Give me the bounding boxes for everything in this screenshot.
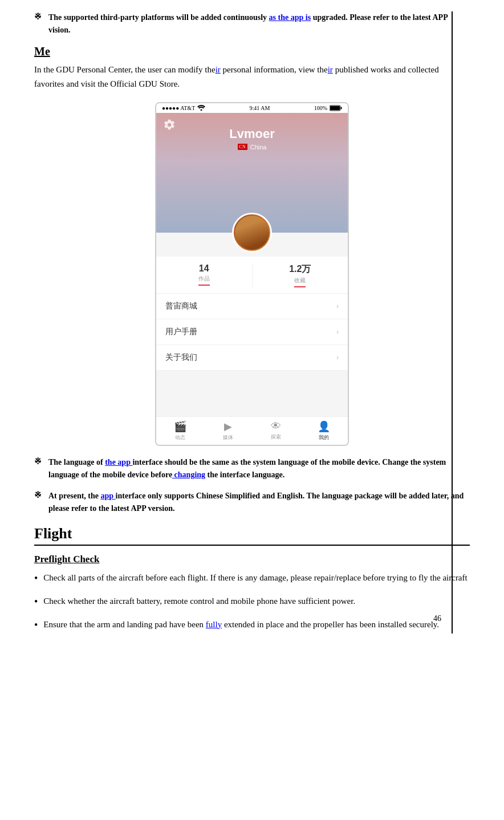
phone-username: Lvmoer <box>229 127 274 141</box>
bullet-dot-2: • <box>34 593 38 611</box>
me-heading: Me <box>34 45 470 58</box>
note-marker-3: ※ <box>34 490 42 500</box>
their-link-1[interactable]: ir <box>216 65 221 74</box>
fully-link[interactable]: fully <box>206 620 222 629</box>
bullet-dot-1: • <box>34 570 38 587</box>
flight-heading: Flight <box>34 525 470 542</box>
carrier-text: ●●●●● AT&T <box>162 105 195 111</box>
bullet-text-3: Ensure that the arm and landing pad have… <box>43 618 439 632</box>
phone-menu-about[interactable]: 关于我们 › <box>156 345 348 371</box>
battery-text: 100% <box>314 105 327 111</box>
phone-nav-bar: 🎬 动态 ▶ 媒体 👁 探索 👤 我的 <box>156 416 348 445</box>
note-text-2: The language of the app interface should… <box>48 456 470 482</box>
page-number: 46 <box>433 614 441 623</box>
explore-icon: 👁 <box>271 420 281 432</box>
media-icon: ▶ <box>224 420 232 433</box>
phone-avatar <box>232 213 272 253</box>
svg-rect-2 <box>340 107 342 109</box>
phone-frame: ●●●●● AT&T 9:41 AM 100% <box>155 102 349 446</box>
note-marker-2: ※ <box>34 456 42 466</box>
note-block-2: ※ The language of the app interface shou… <box>34 456 470 482</box>
note2-app-link[interactable]: the app <box>105 458 132 466</box>
svg-rect-3 <box>330 106 340 110</box>
right-border <box>452 11 453 634</box>
avatar-face <box>235 216 269 250</box>
phone-nav-feed[interactable]: 🎬 动态 <box>156 420 204 441</box>
wifi-icon <box>197 105 205 111</box>
note3-app-link[interactable]: app <box>101 492 116 500</box>
note-text-3: At present, the app interface only suppo… <box>48 490 470 515</box>
note1-link[interactable]: as the app is <box>269 13 311 22</box>
preflight-list: • Check all parts of the aircraft before… <box>34 571 470 634</box>
chevron-right-icon: › <box>336 328 339 336</box>
user-icon: 👤 <box>318 420 330 433</box>
note-text-1: The supported third-party platforms will… <box>48 11 470 37</box>
preflight-heading: Preflight Check <box>34 554 470 565</box>
phone-flag-country: CN China <box>238 144 267 151</box>
bullet-text-2: Check whether the aircraft battery, remo… <box>43 594 355 609</box>
phone-menu-manual[interactable]: 用户手册 › <box>156 319 348 345</box>
phone-spacer <box>156 371 348 416</box>
phone-country: China <box>250 144 267 151</box>
chevron-right-icon: › <box>336 354 339 362</box>
note2-changing-link[interactable]: changing <box>172 470 205 479</box>
note-marker-1: ※ <box>34 11 42 22</box>
phone-flag: CN <box>238 144 247 150</box>
note-block-1: ※ The supported third-party platforms wi… <box>34 11 470 37</box>
phone-menu-store[interactable]: 普宙商城 › <box>156 294 348 319</box>
phone-nav-media[interactable]: ▶ 媒体 <box>204 420 252 441</box>
phone-header-bg: Lvmoer CN China <box>156 113 348 233</box>
note-block-3: ※ At present, the app interface only sup… <box>34 490 470 515</box>
phone-stat-works: 14 作品 <box>156 263 252 287</box>
list-item: • Check all parts of the aircraft before… <box>34 571 470 587</box>
phone-stat-favorites: 1.2万 收藏 <box>252 263 348 287</box>
bullet-dot-3: • <box>34 616 38 634</box>
feed-icon: 🎬 <box>174 420 186 433</box>
list-item: • Ensure that the arm and landing pad ha… <box>34 618 470 634</box>
list-item: • Check whether the aircraft battery, re… <box>34 594 470 611</box>
battery-icon <box>330 105 342 111</box>
phone-nav-explore[interactable]: 👁 探索 <box>252 420 300 441</box>
settings-icon <box>163 119 176 131</box>
phone-screenshot-container: ●●●●● AT&T 9:41 AM 100% <box>34 102 470 446</box>
bullet-text-1: Check all parts of the aircraft before e… <box>43 571 467 586</box>
phone-nav-mine[interactable]: 👤 我的 <box>300 420 348 441</box>
me-body-text: In the GDU Personal Center, the user can… <box>34 63 470 92</box>
svg-point-0 <box>201 109 202 111</box>
phone-status-bar: ●●●●● AT&T 9:41 AM 100% <box>156 103 348 113</box>
phone-stats-bar: 14 作品 1.2万 收藏 <box>156 257 348 294</box>
their-link-2[interactable]: ir <box>328 65 333 74</box>
flight-divider <box>34 545 470 546</box>
chevron-right-icon: › <box>336 302 339 310</box>
phone-time: 9:41 AM <box>250 105 270 111</box>
